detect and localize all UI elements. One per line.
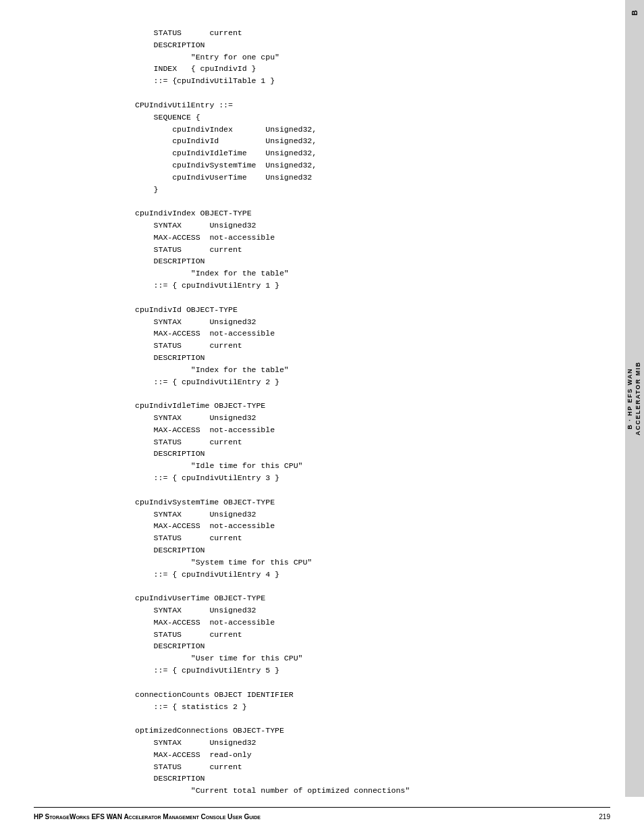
page: STATUS current DESCRIPTION "Entry for on… <box>0 0 644 834</box>
footer: HP StorageWorks EFS WAN Accelerator Mana… <box>34 807 610 820</box>
footer-page-number: 219 <box>599 813 610 820</box>
footer-title: HP StorageWorks EFS WAN Accelerator Mana… <box>34 813 261 820</box>
code-content: STATUS current DESCRIPTION "Entry for on… <box>135 27 617 797</box>
footer-left: HP StorageWorks EFS WAN Accelerator Mana… <box>34 813 261 820</box>
side-tab-letter: B <box>630 10 639 16</box>
side-tab-text: B · HP EFS WANAccelerator MIB <box>626 361 642 436</box>
main-content: STATUS current DESCRIPTION "Entry for on… <box>135 27 617 793</box>
side-tab: B B · HP EFS WANAccelerator MIB <box>625 0 644 797</box>
